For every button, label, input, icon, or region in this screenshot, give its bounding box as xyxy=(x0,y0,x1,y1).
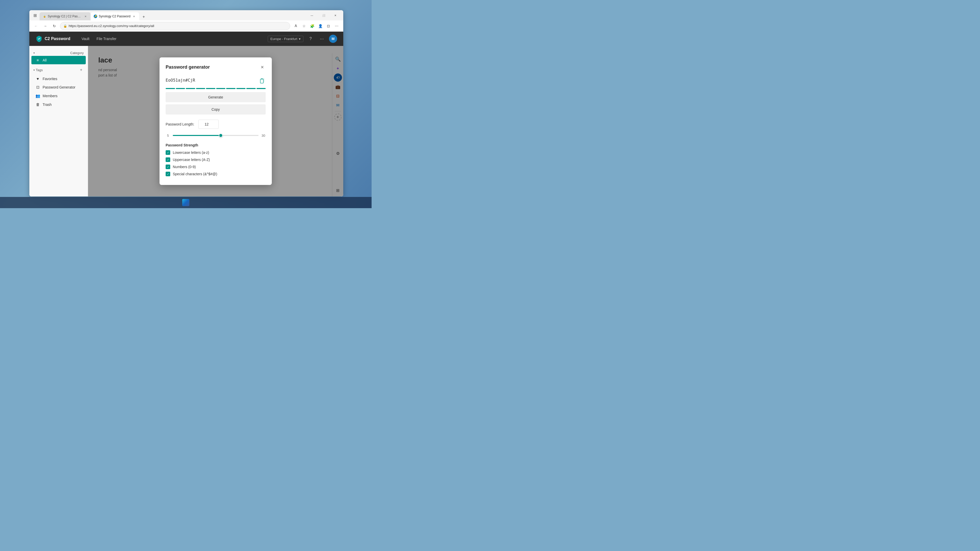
read-aloud-icon[interactable]: Ꭺ xyxy=(292,22,299,30)
password-generator-icon: ⊡ xyxy=(35,85,40,89)
lock-icon: 🔒 xyxy=(63,24,67,28)
tab-close-1[interactable]: ✕ xyxy=(83,14,88,18)
sidebar-toggle-icon[interactable]: ⊞ xyxy=(32,12,38,19)
checkbox-uppercase[interactable]: ✓ xyxy=(165,157,170,162)
profile-icon[interactable]: 👤 xyxy=(317,22,324,30)
region-label: Europe - Frankfurt xyxy=(270,37,298,41)
toolbar-icons: Ꭺ ☆ 🧩 👤 ⊡ ⋯ xyxy=(292,22,340,30)
sidebar: ▾ Category ≡ All ▾ Tags + ♥ xyxy=(29,46,88,197)
collections-icon[interactable]: ⊡ xyxy=(325,22,332,30)
app-title: C2 Password xyxy=(45,37,70,41)
strength-segment-4 xyxy=(196,88,205,89)
checkbox-numbers[interactable]: ✓ xyxy=(165,165,170,169)
nav-vault[interactable]: Vault xyxy=(78,35,92,42)
windows-logo xyxy=(182,199,189,206)
modal-overlay[interactable]: Password generator ✕ xyxy=(88,46,343,197)
user-avatar[interactable]: M xyxy=(329,35,337,43)
slider-max-label: 30 xyxy=(261,134,266,138)
password-length-input[interactable] xyxy=(198,120,219,129)
region-selector[interactable]: Europe - Frankfurt ▾ xyxy=(268,36,304,42)
check-icon-special: ✓ xyxy=(167,172,169,176)
url-bar[interactable]: 🔒 https://password.eu.c2.synology.com/my… xyxy=(60,22,290,30)
main-layout: ▾ Category ≡ All ▾ Tags + ♥ xyxy=(29,46,343,197)
sidebar-trash-label: Trash xyxy=(43,103,52,106)
slider-track xyxy=(173,135,259,136)
slider-thumb[interactable] xyxy=(219,133,223,138)
nav-file-transfer[interactable]: File Transfer xyxy=(94,35,119,42)
sidebar-item-members[interactable]: 👥 Members xyxy=(32,92,86,100)
strength-segment-8 xyxy=(236,88,246,89)
checkbox-row-uppercase: ✓ Uppercase letters (A-Z) xyxy=(165,157,266,162)
app-logo: C2 Password xyxy=(35,35,70,42)
clipboard-icon[interactable] xyxy=(259,77,266,84)
svg-rect-1 xyxy=(260,79,263,83)
tab-label-1: Synology C2 | C2 Password xyxy=(48,14,82,18)
password-length-label: Password Length: xyxy=(165,122,194,126)
sidebar-item-password-generator[interactable]: ⊡ Password Generator xyxy=(32,83,86,92)
favorites-star-icon[interactable]: ☆ xyxy=(301,22,307,30)
app-header: C2 Password Vault File Transfer Europe -… xyxy=(29,32,343,46)
taskbar xyxy=(0,197,372,208)
password-length-row: Password Length: xyxy=(165,120,266,129)
password-display-input[interactable] xyxy=(165,75,266,86)
password-display-area xyxy=(165,75,266,86)
forward-button[interactable]: → xyxy=(41,22,49,30)
strength-bar xyxy=(165,88,266,89)
more-options-icon[interactable]: ⋯ xyxy=(333,22,340,30)
apps-grid-button[interactable]: ⋯ xyxy=(318,35,326,43)
sidebar-members-label: Members xyxy=(43,94,57,98)
close-button[interactable]: ✕ xyxy=(329,11,341,19)
checkbox-row-lowercase: ✓ Lowercase letters (a-z) xyxy=(165,150,266,155)
strength-section-label: Password Strength xyxy=(165,143,266,147)
sidebar-favorites-label: Favorites xyxy=(43,77,57,81)
tab-close-2[interactable]: ✕ xyxy=(132,14,136,18)
strength-segment-7 xyxy=(226,88,235,89)
checkbox-label-numbers: Numbers (0-9) xyxy=(173,165,196,169)
refresh-button[interactable]: ↻ xyxy=(51,22,58,30)
back-button[interactable]: ← xyxy=(32,22,40,30)
svg-rect-2 xyxy=(261,79,262,79)
sidebar-tags-label: Tags xyxy=(36,68,43,72)
checkbox-label-special: Special characters (&^$#@) xyxy=(173,172,217,176)
tab-synology-active[interactable]: 🔑 Synology C2 Password ✕ xyxy=(91,12,139,21)
sidebar-password-generator-label: Password Generator xyxy=(43,85,75,89)
region-chevron-icon: ▾ xyxy=(299,37,301,41)
checkbox-lowercase[interactable]: ✓ xyxy=(165,150,170,155)
url-text: https://password.eu.c2.synology.com/my-v… xyxy=(68,24,287,28)
maximize-button[interactable]: ⬜ xyxy=(318,11,329,19)
extensions-icon[interactable]: 🧩 xyxy=(309,22,316,30)
help-button[interactable]: ? xyxy=(307,35,315,43)
sidebar-tags-chevron-icon: ▾ xyxy=(33,68,35,71)
app-nav: Vault File Transfer xyxy=(78,35,267,42)
taskbar-start-button[interactable] xyxy=(181,197,191,208)
address-bar: ← → ↻ 🔒 https://password.eu.c2.synology.… xyxy=(29,21,343,32)
generate-button[interactable]: Generate xyxy=(165,92,266,102)
add-tag-button[interactable]: + xyxy=(79,67,84,73)
modal-close-button[interactable]: ✕ xyxy=(259,64,266,71)
new-tab-button[interactable]: + xyxy=(140,13,147,21)
minimize-button[interactable]: — xyxy=(306,11,318,19)
modal-title: Password generator xyxy=(165,65,210,70)
window-controls: — ⬜ ✕ xyxy=(306,11,341,19)
checkbox-row-numbers: ✓ Numbers (0-9) xyxy=(165,165,266,169)
tab-c2-password-inactive[interactable]: 🔒 Synology C2 | C2 Password ✕ xyxy=(40,12,91,21)
copy-button[interactable]: Copy xyxy=(165,104,266,114)
checkbox-special[interactable]: ✓ xyxy=(165,171,170,176)
browser-window: ⊞ 🔒 Synology C2 | C2 Password ✕ 🔑 Synolo… xyxy=(29,10,343,197)
sidebar-all-label: All xyxy=(43,58,47,62)
sidebar-item-all[interactable]: ≡ All xyxy=(32,56,86,64)
sidebar-category-header[interactable]: ▾ Category xyxy=(29,50,88,56)
sidebar-tags-header[interactable]: ▾ Tags + xyxy=(29,66,88,73)
app-content: C2 Password Vault File Transfer Europe -… xyxy=(29,32,343,197)
slider-row: 5 30 xyxy=(165,133,266,138)
check-icon-lowercase: ✓ xyxy=(167,151,169,154)
check-icon-numbers: ✓ xyxy=(167,165,169,168)
sidebar-item-trash[interactable]: 🗑 Trash xyxy=(32,100,86,109)
help-icon: ? xyxy=(310,37,312,41)
sidebar-item-favorites[interactable]: ♥ Favorites xyxy=(32,75,86,83)
trash-icon: 🗑 xyxy=(35,102,40,106)
slider-container[interactable] xyxy=(173,133,259,138)
tab-favicon-1: 🔒 xyxy=(43,14,46,18)
modal-header: Password generator ✕ xyxy=(165,64,266,71)
app-header-right: Europe - Frankfurt ▾ ? ⋯ M xyxy=(268,35,337,43)
